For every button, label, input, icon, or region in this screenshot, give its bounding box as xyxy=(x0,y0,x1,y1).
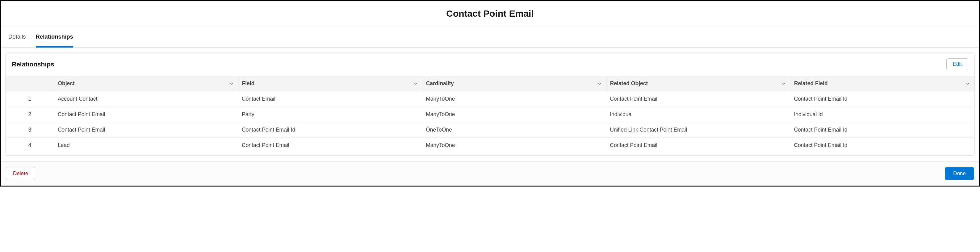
column-header-cardinality[interactable]: Cardinality xyxy=(422,76,606,91)
cell-cardinality: OneToOne xyxy=(422,122,606,138)
panel-header: Relationships Edit xyxy=(6,53,974,76)
column-label: Cardinality xyxy=(426,80,454,87)
column-header-related-field[interactable]: Related Field xyxy=(790,76,974,91)
column-header-field[interactable]: Field xyxy=(238,76,422,91)
row-index: 4 xyxy=(6,138,54,153)
chevron-down-icon[interactable] xyxy=(965,81,970,86)
button-label: Done xyxy=(953,171,966,176)
column-header-related-object[interactable]: Related Object xyxy=(606,76,790,91)
table-row[interactable]: 4 Lead Contact Point Email ManyToOne Con… xyxy=(6,138,974,153)
cell-field: Contact Point Email xyxy=(238,138,422,153)
column-label: Field xyxy=(242,80,255,87)
tab-relationships[interactable]: Relationships xyxy=(36,26,73,48)
cell-related-object: Individual xyxy=(606,107,790,122)
cell-field: Party xyxy=(238,107,422,122)
panel-title: Relationships xyxy=(12,61,54,68)
column-label: Object xyxy=(58,80,75,87)
tab-label: Relationships xyxy=(36,33,73,40)
cell-related-object: Contact Point Email xyxy=(606,91,790,107)
row-index: 1 xyxy=(6,91,54,107)
cell-object: Account Contact xyxy=(54,91,238,107)
cell-object: Contact Point Email xyxy=(54,107,238,122)
tab-details[interactable]: Details xyxy=(8,26,26,48)
done-button[interactable]: Done xyxy=(945,167,974,180)
table-header-row: Object Field Cardinali xyxy=(6,76,974,91)
column-header-object[interactable]: Object xyxy=(54,76,238,91)
row-index: 2 xyxy=(6,107,54,122)
dialog-footer: Delete Done xyxy=(1,161,979,186)
cell-related-object: Contact Point Email xyxy=(606,138,790,153)
chevron-down-icon[interactable] xyxy=(413,81,418,86)
cell-cardinality: ManyToOne xyxy=(422,138,606,153)
edit-button[interactable]: Edit xyxy=(947,58,968,70)
column-label: Related Object xyxy=(610,80,648,87)
cell-related-field: Individual Id xyxy=(790,107,974,122)
cell-related-field: Contact Point Email Id xyxy=(790,138,974,153)
cell-object: Contact Point Email xyxy=(54,122,238,138)
cell-cardinality: ManyToOne xyxy=(422,91,606,107)
table-row[interactable]: 1 Account Contact Contact Email ManyToOn… xyxy=(6,91,974,107)
button-label: Edit xyxy=(953,61,962,67)
row-index: 3 xyxy=(6,122,54,138)
cell-field: Contact Email xyxy=(238,91,422,107)
dialog-header: Contact Point Email xyxy=(1,1,979,26)
chevron-down-icon[interactable] xyxy=(597,81,602,86)
relationships-panel: Relationships Edit xyxy=(5,53,975,156)
column-header-index xyxy=(6,76,54,91)
relationships-table: Object Field Cardinali xyxy=(6,76,974,153)
cell-object: Lead xyxy=(54,138,238,153)
cell-related-field: Contact Point Email Id xyxy=(790,91,974,107)
cell-cardinality: ManyToOne xyxy=(422,107,606,122)
cell-related-object: Unified Link Contact Point Email xyxy=(606,122,790,138)
chevron-down-icon[interactable] xyxy=(781,81,786,86)
table-row[interactable]: 2 Contact Point Email Party ManyToOne In… xyxy=(6,107,974,122)
button-label: Delete xyxy=(13,171,28,176)
dialog-window: Contact Point Email Details Relationship… xyxy=(0,0,980,187)
delete-button[interactable]: Delete xyxy=(6,167,35,180)
page-title: Contact Point Email xyxy=(446,8,533,19)
table-body: 1 Account Contact Contact Email ManyToOn… xyxy=(6,91,974,153)
cell-field: Contact Point Email Id xyxy=(238,122,422,138)
tab-bar: Details Relationships xyxy=(1,26,979,48)
tab-label: Details xyxy=(8,33,26,40)
cell-related-field: Contact Point Email Id xyxy=(790,122,974,138)
column-label: Related Field xyxy=(794,80,828,87)
chevron-down-icon[interactable] xyxy=(229,81,234,86)
panel-wrap: Relationships Edit xyxy=(1,48,979,161)
table-row[interactable]: 3 Contact Point Email Contact Point Emai… xyxy=(6,122,974,138)
